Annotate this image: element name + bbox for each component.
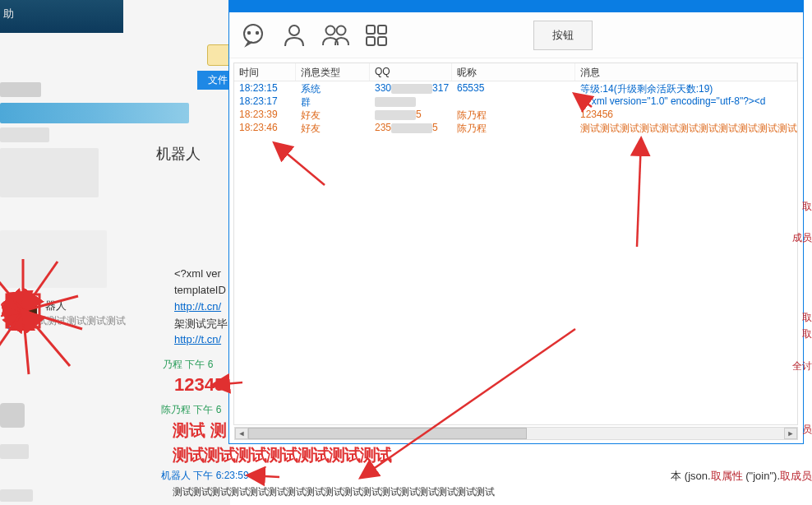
blur bbox=[0, 127, 49, 142]
cell-nick: 65535 bbox=[452, 81, 575, 95]
table-row[interactable]: 18:23:15系统33031765535等级:14(升级剩余活跃天数:19) bbox=[234, 81, 797, 95]
svg-line-25 bbox=[249, 475, 279, 477]
cell-type: 好友 bbox=[296, 108, 370, 121]
contact-name: 器人 bbox=[45, 299, 67, 313]
blur bbox=[0, 230, 107, 288]
svg-point-1 bbox=[248, 31, 250, 33]
cell-nick: 陈乃程 bbox=[452, 108, 575, 121]
svg-rect-8 bbox=[367, 37, 375, 45]
cell-type: 好友 bbox=[296, 121, 370, 134]
toolbar: 按钮 bbox=[229, 12, 803, 58]
code-fragment: 员 bbox=[802, 423, 812, 437]
svg-point-2 bbox=[256, 31, 258, 33]
msg-long-test: 测试测试测试测试测试测试测试测试测试测试测试测试测试测试测试测试测试 bbox=[173, 485, 494, 499]
cell-qq: 5 bbox=[370, 108, 452, 121]
cell-nick bbox=[452, 95, 575, 108]
people-icon[interactable] bbox=[320, 20, 351, 51]
grid-icon[interactable] bbox=[361, 20, 392, 51]
code-fragment: 成员 bbox=[792, 231, 812, 245]
msg-xml-partial: <?xml ver bbox=[174, 267, 221, 280]
scroll-right-icon[interactable]: ► bbox=[784, 428, 797, 439]
msg-test-line: 测试测试测试测试测试测试测试 bbox=[173, 444, 391, 466]
blur bbox=[0, 82, 41, 97]
verified-badge-icon: ★ bbox=[5, 319, 18, 332]
svg-rect-6 bbox=[367, 25, 375, 34]
cell-msg: <?xml version="1.0" encoding="utf-8"?><d bbox=[575, 95, 797, 108]
svg-rect-7 bbox=[378, 25, 386, 34]
msg-link[interactable]: http://t.cn/ bbox=[174, 300, 221, 313]
code-fragment: 取 bbox=[802, 327, 812, 341]
blur bbox=[0, 489, 33, 502]
table-row[interactable]: 18:23:17群<?xml version="1.0" encoding="u… bbox=[234, 95, 797, 108]
robot-title: 机器人 bbox=[156, 144, 201, 164]
col-time[interactable]: 时间 bbox=[234, 63, 296, 81]
action-button[interactable]: 按钮 bbox=[533, 21, 593, 50]
cell-type: 系统 bbox=[296, 81, 370, 95]
cell-msg: 测试测试测试测试测试测试测试测试测试测试测试测 bbox=[575, 121, 797, 134]
cell-type: 群 bbox=[296, 95, 370, 108]
cell-qq: 330317 bbox=[370, 81, 452, 95]
cell-qq bbox=[370, 95, 452, 108]
col-qq[interactable]: QQ bbox=[370, 63, 452, 81]
msg-timestamp: 陈乃程 下午 6 bbox=[161, 403, 221, 417]
col-nick[interactable]: 昵称 bbox=[452, 63, 575, 81]
chat-icon[interactable] bbox=[238, 20, 269, 51]
svg-rect-9 bbox=[378, 37, 386, 45]
scroll-left-icon[interactable]: ◄ bbox=[235, 428, 248, 439]
msg-link[interactable]: http://t.cn/ bbox=[174, 333, 221, 345]
svg-point-4 bbox=[326, 25, 335, 35]
blur-selected bbox=[0, 103, 189, 123]
msg-timestamp: 乃程 下午 6 bbox=[163, 358, 213, 372]
msg-big-number: 12345 bbox=[174, 374, 224, 396]
msg-timestamp: 机器人 下午 6:23:59 bbox=[161, 469, 249, 483]
svg-point-0 bbox=[244, 25, 262, 43]
code-fragment: 取 bbox=[802, 311, 812, 325]
robot-avatar[interactable]: ★ bbox=[8, 296, 41, 329]
blur bbox=[0, 444, 29, 459]
message-log-window: 按钮 时间 消息类型 QQ 昵称 消息 18:23:15系统3303176553… bbox=[228, 0, 804, 444]
blur bbox=[0, 403, 25, 428]
window-titlebar[interactable] bbox=[229, 1, 803, 12]
cell-time: 18:23:46 bbox=[234, 121, 296, 134]
code-fragment: 取 bbox=[802, 200, 812, 214]
horizontal-scrollbar[interactable]: ◄ ► bbox=[234, 427, 798, 440]
table-body: 18:23:15系统33031765535等级:14(升级剩余活跃天数:19)1… bbox=[234, 81, 797, 134]
col-msg[interactable]: 消息 bbox=[575, 63, 797, 81]
svg-point-3 bbox=[289, 25, 299, 35]
blur bbox=[0, 148, 99, 197]
table-header: 时间 消息类型 QQ 昵称 消息 bbox=[234, 63, 797, 81]
table-row[interactable]: 18:23:39好友5陈乃程123456 bbox=[234, 108, 797, 121]
cell-time: 18:23:39 bbox=[234, 108, 296, 121]
svg-point-5 bbox=[337, 25, 346, 35]
message-table: 时间 消息类型 QQ 昵称 消息 18:23:15系统33031765535等级… bbox=[233, 63, 798, 425]
cell-nick: 陈乃程 bbox=[452, 121, 575, 134]
code-fragment: 全讨 bbox=[792, 359, 812, 373]
msg-test-line: 测试 测 bbox=[173, 419, 227, 442]
code-line: 本 (json.取属性 ("join").取成员 bbox=[671, 469, 812, 484]
person-icon[interactable] bbox=[279, 20, 310, 51]
msg-templateid: templateID bbox=[174, 284, 226, 296]
bg-header: 助 bbox=[0, 0, 123, 33]
col-type[interactable]: 消息类型 bbox=[296, 63, 370, 81]
msg-text: 架测试完毕 bbox=[174, 317, 228, 331]
scroll-track[interactable] bbox=[248, 428, 784, 439]
cell-msg: 123456 bbox=[575, 108, 797, 121]
cell-msg: 等级:14(升级剩余活跃天数:19) bbox=[575, 81, 797, 95]
scroll-thumb[interactable] bbox=[248, 428, 527, 439]
cell-time: 18:23:15 bbox=[234, 81, 296, 95]
cell-time: 18:23:17 bbox=[234, 95, 296, 108]
cell-qq: 2355 bbox=[370, 121, 452, 134]
table-row[interactable]: 18:23:46好友2355陈乃程测试测试测试测试测试测试测试测试测试测试测试测 bbox=[234, 121, 797, 134]
contact-subtitle: 试测试测试测试测试 bbox=[37, 314, 126, 328]
